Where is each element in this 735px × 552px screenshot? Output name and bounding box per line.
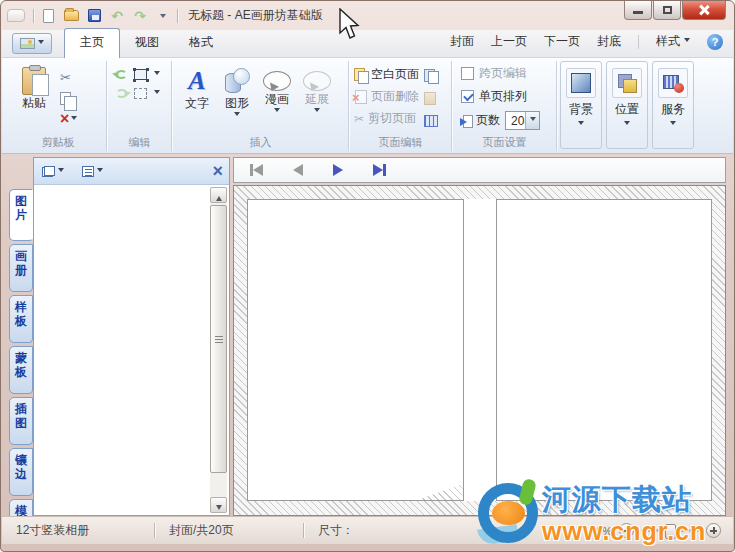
open-button[interactable] <box>62 7 80 24</box>
scroll-up-button[interactable] <box>210 187 227 203</box>
checkbox-checked-icon[interactable] <box>461 90 474 103</box>
sidebar-tab-album[interactable]: 画册 <box>9 244 33 292</box>
page-edit-side-buttons <box>419 64 438 135</box>
scroll-down-button[interactable] <box>210 497 227 513</box>
service-iconbox <box>658 68 688 98</box>
service-label: 服务 <box>661 101 685 118</box>
style-menu-button[interactable]: 样式 <box>656 33 690 50</box>
group-label-clipboard: 剪贴板 <box>10 135 106 150</box>
close-button[interactable] <box>682 1 726 20</box>
insert-extend-button[interactable]: 延展 <box>297 64 337 135</box>
page-edit-rows: 空白页面 页面删除 剪切页面 <box>354 64 419 135</box>
insert-comic-button[interactable]: 漫画 <box>257 64 297 135</box>
new-document-icon <box>43 9 54 23</box>
photo-icon <box>20 38 35 49</box>
scrollbar-thumb[interactable] <box>210 205 227 473</box>
right-page[interactable] <box>496 199 713 501</box>
insert-text-button[interactable]: 文字 <box>177 64 217 135</box>
list-view-button[interactable] <box>80 161 105 181</box>
background-icon <box>571 73 591 93</box>
cross-page-edit-option[interactable]: 跨页编辑 <box>461 65 552 82</box>
paste-icon <box>22 67 46 95</box>
last-page-bar-icon <box>383 164 386 176</box>
service-icon <box>662 73 684 93</box>
position-button[interactable]: 位置 <box>606 61 648 149</box>
help-button[interactable] <box>707 34 723 50</box>
sidebar-tab-mask[interactable]: 蒙板 <box>9 346 33 394</box>
copy-button[interactable] <box>60 89 77 107</box>
marquee-select-icon[interactable] <box>134 88 147 99</box>
chevron-down-icon <box>530 117 536 124</box>
chevron-down-icon[interactable] <box>154 71 160 78</box>
combobox-dropdown-button[interactable] <box>525 112 539 129</box>
thumbnail-view-button[interactable] <box>40 161 66 181</box>
page-count-combobox[interactable]: 20 <box>505 111 540 130</box>
tab-view[interactable]: 视图 <box>120 29 174 57</box>
service-button[interactable]: 服务 <box>652 61 694 149</box>
arrange-pages-button[interactable] <box>424 112 438 130</box>
logo-orange-dot <box>492 501 525 525</box>
redo-button[interactable]: ↷ <box>131 7 149 24</box>
panel-scrollbar[interactable] <box>210 187 227 513</box>
tab-format[interactable]: 格式 <box>174 29 228 57</box>
prev-page-link[interactable]: 上一页 <box>491 33 527 50</box>
copy-page-button[interactable] <box>424 66 438 84</box>
paste-page-button[interactable] <box>424 89 438 107</box>
cut-page-button[interactable]: 剪切页面 <box>354 110 419 127</box>
undo-icon[interactable] <box>116 70 127 79</box>
back-cover-link[interactable]: 封底 <box>597 33 621 50</box>
maximize-button[interactable] <box>653 1 681 20</box>
position-label: 位置 <box>615 101 639 118</box>
left-page[interactable] <box>247 199 464 501</box>
clipboard-small-buttons <box>54 64 77 135</box>
insert-shape-label: 图形 <box>225 97 249 110</box>
paste-button[interactable]: 粘贴 <box>14 64 54 135</box>
document-canvas[interactable] <box>233 185 726 516</box>
minimize-button[interactable] <box>624 1 652 20</box>
save-button[interactable] <box>85 7 103 24</box>
resource-panel <box>33 157 230 516</box>
sidebar-tab-template[interactable]: 模板 <box>9 499 33 516</box>
panel-close-button[interactable] <box>212 164 223 179</box>
blank-page-button[interactable]: 空白页面 <box>354 66 419 83</box>
mouse-cursor <box>337 8 361 40</box>
application-menu-button[interactable] <box>12 33 52 54</box>
delete-button[interactable] <box>60 110 77 128</box>
sidebar-tabs: 图片 画册 样板 蒙板 插图 镶边 模板 <box>9 189 34 516</box>
sidebar-tab-sample[interactable]: 样板 <box>9 295 33 343</box>
undo-button[interactable]: ↶ <box>108 7 126 24</box>
cover-link[interactable]: 封面 <box>450 33 474 50</box>
group-label-page-edit: 页面编辑 <box>350 135 451 150</box>
sidebar-tab-label: 画册 <box>15 249 28 277</box>
group-select-icon[interactable] <box>134 69 147 80</box>
redo-icon[interactable] <box>116 89 127 98</box>
sidebar-tab-illustration[interactable]: 插图 <box>9 397 33 445</box>
thumbnail-view-icon <box>42 166 55 177</box>
page-count-row: 页数 20 <box>461 111 552 130</box>
tab-home[interactable]: 主页 <box>64 28 120 58</box>
first-page-button[interactable] <box>250 164 263 176</box>
background-button[interactable]: 背景 <box>560 61 602 149</box>
speech-bubble-icon <box>263 71 291 91</box>
insert-text-label: 文字 <box>185 97 209 110</box>
next-page-button[interactable] <box>333 164 343 176</box>
single-page-layout-option[interactable]: 单页排列 <box>461 88 552 105</box>
background-iconbox <box>566 68 596 98</box>
qat-customize-button[interactable] <box>154 7 172 24</box>
quick-access-toolbar: ↶ ↷ <box>33 7 178 24</box>
previous-page-button[interactable] <box>293 164 303 176</box>
sidebar-tab-border[interactable]: 镶边 <box>9 448 33 496</box>
app-window: ↶ ↷ 无标题 - AE画册坊基础版 主页 视图 格式 封面 上一页 下一页 封… <box>0 0 735 552</box>
delete-page-button[interactable]: 页面删除 <box>354 88 419 105</box>
checkbox-unchecked-icon[interactable] <box>461 67 474 80</box>
sidebar-tab-label: 插图 <box>15 402 28 430</box>
next-page-link[interactable]: 下一页 <box>544 33 580 50</box>
cut-button[interactable] <box>60 68 77 86</box>
insert-shape-button[interactable]: 图形 <box>217 64 257 135</box>
sidebar-tab-pictures[interactable]: 图片 <box>9 189 33 241</box>
style-label: 样式 <box>656 33 680 50</box>
last-page-button[interactable] <box>373 164 386 176</box>
divider <box>177 9 178 23</box>
new-document-button[interactable] <box>39 7 57 24</box>
chevron-down-icon[interactable] <box>154 90 160 97</box>
